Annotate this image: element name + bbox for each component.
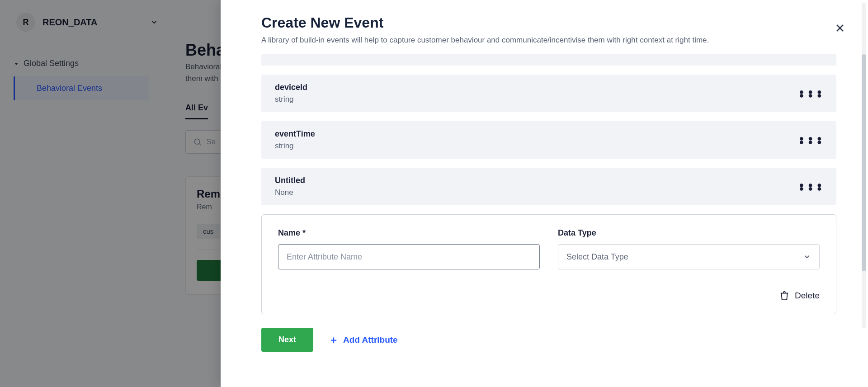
attribute-row-partial	[261, 54, 836, 66]
scrollbar-thumb[interactable]	[862, 54, 866, 271]
attribute-name: deviceId	[275, 83, 307, 92]
next-button[interactable]: Next	[261, 328, 313, 352]
attribute-name: Untitled	[275, 176, 305, 185]
modal-subtitle: A library of build-in events will help t…	[261, 36, 827, 45]
attribute-row[interactable]: Untitled None ● ● ●● ● ●	[261, 168, 836, 205]
trash-icon	[779, 290, 789, 301]
datatype-select[interactable]: Select Data Type	[558, 244, 820, 269]
drag-handle-icon[interactable]: ● ● ●● ● ●	[799, 90, 823, 97]
chevron-down-icon	[803, 253, 811, 261]
delete-label: Delete	[795, 291, 820, 301]
attribute-type: string	[275, 142, 315, 151]
drag-handle-icon[interactable]: ● ● ●● ● ●	[799, 183, 823, 190]
plus-icon: ＋	[329, 335, 339, 345]
add-attribute-label: Add Attribute	[343, 335, 398, 345]
attribute-name: eventTime	[275, 129, 315, 139]
datatype-field-label: Data Type	[558, 228, 820, 238]
attribute-name-input[interactable]	[278, 244, 540, 269]
close-icon	[835, 23, 845, 33]
modal-title: Create New Event	[261, 14, 827, 31]
name-field-label: Name *	[278, 228, 540, 238]
attribute-type: None	[275, 188, 305, 197]
datatype-select-value: Select Data Type	[566, 252, 628, 262]
attribute-type: string	[275, 95, 307, 104]
attribute-row[interactable]: deviceId string ● ● ●● ● ●	[261, 75, 836, 112]
close-button[interactable]	[835, 23, 845, 33]
attribute-edit-card: Name * Data Type Select Data Type	[261, 214, 836, 314]
delete-attribute-button[interactable]: Delete	[278, 290, 820, 301]
add-attribute-button[interactable]: ＋ Add Attribute	[329, 335, 398, 345]
drag-handle-icon[interactable]: ● ● ●● ● ●	[799, 137, 823, 144]
attribute-row[interactable]: eventTime string ● ● ●● ● ●	[261, 121, 836, 159]
create-event-modal: Create New Event A library of build-in e…	[221, 0, 868, 387]
